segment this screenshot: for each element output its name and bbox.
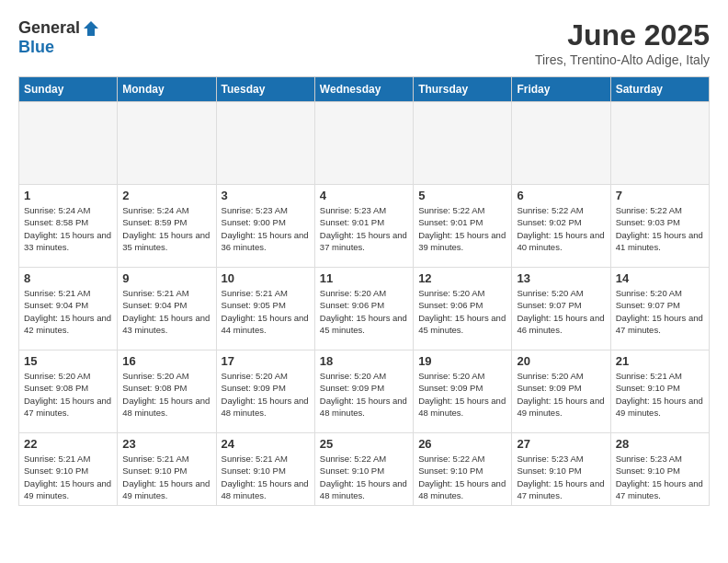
table-cell: 26Sunrise: 5:22 AMSunset: 9:10 PMDayligh… [414,433,512,506]
day-info: Sunrise: 5:21 AMSunset: 9:10 PMDaylight:… [616,370,704,419]
day-number: 15 [24,354,112,368]
svg-marker-0 [84,21,98,36]
table-cell [610,102,709,185]
table-cell: 16Sunrise: 5:20 AMSunset: 9:08 PMDayligh… [118,350,216,433]
day-info: Sunrise: 5:22 AMSunset: 9:03 PMDaylight:… [616,204,704,253]
day-info: Sunrise: 5:22 AMSunset: 9:02 PMDaylight:… [517,204,605,253]
table-cell [414,102,512,185]
day-number: 1 [24,189,112,202]
table-cell: 9Sunrise: 5:21 AMSunset: 9:04 PMDaylight… [118,268,216,350]
day-info: Sunrise: 5:23 AMSunset: 9:10 PMDaylight:… [517,453,605,501]
table-cell: 11Sunrise: 5:20 AMSunset: 9:06 PMDayligh… [314,268,413,350]
logo-general-text: General [18,18,80,38]
day-number: 27 [517,437,605,451]
calendar-row-2: 1Sunrise: 5:24 AMSunset: 8:58 PMDaylight… [19,185,710,268]
day-number: 2 [122,189,210,202]
table-cell: 10Sunrise: 5:21 AMSunset: 9:05 PMDayligh… [216,268,314,350]
table-cell [512,102,610,185]
day-info: Sunrise: 5:22 AMSunset: 9:01 PMDaylight:… [418,204,506,253]
day-info: Sunrise: 5:21 AMSunset: 9:04 PMDaylight:… [122,287,210,336]
day-number: 25 [320,437,408,451]
day-number: 9 [122,271,210,285]
table-cell: 3Sunrise: 5:23 AMSunset: 9:00 PMDaylight… [216,185,314,268]
day-info: Sunrise: 5:20 AMSunset: 9:06 PMDaylight:… [320,287,408,336]
table-cell: 7Sunrise: 5:22 AMSunset: 9:03 PMDaylight… [610,185,709,268]
col-monday: Monday [118,77,216,102]
day-number: 3 [222,189,310,202]
day-info: Sunrise: 5:20 AMSunset: 9:08 PMDaylight:… [24,370,112,419]
col-tuesday: Tuesday [216,77,314,102]
day-number: 26 [418,437,506,451]
header: General Blue June 2025 Tires, Trentino-A… [18,18,710,67]
day-info: Sunrise: 5:21 AMSunset: 9:05 PMDaylight:… [222,287,310,336]
col-saturday: Saturday [610,77,709,102]
calendar-row-1 [19,102,710,185]
day-info: Sunrise: 5:21 AMSunset: 9:10 PMDaylight:… [122,453,210,501]
day-number: 6 [517,189,605,202]
table-cell [314,102,413,185]
day-number: 10 [222,271,310,285]
day-number: 17 [222,354,310,368]
table-cell: 18Sunrise: 5:20 AMSunset: 9:09 PMDayligh… [314,350,413,433]
day-info: Sunrise: 5:20 AMSunset: 9:07 PMDaylight:… [616,287,704,336]
table-cell: 24Sunrise: 5:21 AMSunset: 9:10 PMDayligh… [216,433,314,506]
table-cell: 14Sunrise: 5:20 AMSunset: 9:07 PMDayligh… [610,268,709,350]
table-cell: 1Sunrise: 5:24 AMSunset: 8:58 PMDaylight… [19,185,118,268]
table-cell: 27Sunrise: 5:23 AMSunset: 9:10 PMDayligh… [512,433,610,506]
day-number: 19 [418,354,506,368]
day-number: 21 [616,354,704,368]
day-number: 20 [517,354,605,368]
day-number: 18 [320,354,408,368]
table-cell: 22Sunrise: 5:21 AMSunset: 9:10 PMDayligh… [19,433,118,506]
logo-blue-text: Blue [18,38,54,57]
day-number: 22 [24,437,112,451]
month-title: June 2025 [535,18,710,52]
day-info: Sunrise: 5:21 AMSunset: 9:10 PMDaylight:… [222,453,310,501]
table-cell: 17Sunrise: 5:20 AMSunset: 9:09 PMDayligh… [216,350,314,433]
day-info: Sunrise: 5:22 AMSunset: 9:10 PMDaylight:… [418,453,506,501]
col-wednesday: Wednesday [314,77,413,102]
day-info: Sunrise: 5:20 AMSunset: 9:09 PMDaylight:… [222,370,310,419]
table-cell: 23Sunrise: 5:21 AMSunset: 9:10 PMDayligh… [118,433,216,506]
day-number: 14 [616,271,704,285]
day-info: Sunrise: 5:20 AMSunset: 9:09 PMDaylight:… [517,370,605,419]
table-cell: 28Sunrise: 5:23 AMSunset: 9:10 PMDayligh… [610,433,709,506]
day-number: 12 [418,271,506,285]
day-info: Sunrise: 5:22 AMSunset: 9:10 PMDaylight:… [320,453,408,501]
table-cell: 2Sunrise: 5:24 AMSunset: 8:59 PMDaylight… [118,185,216,268]
logo-icon [82,19,100,38]
table-cell: 20Sunrise: 5:20 AMSunset: 9:09 PMDayligh… [512,350,610,433]
day-number: 24 [222,437,310,451]
table-cell: 21Sunrise: 5:21 AMSunset: 9:10 PMDayligh… [610,350,709,433]
day-info: Sunrise: 5:24 AMSunset: 8:58 PMDaylight:… [24,204,112,253]
table-cell [118,102,216,185]
day-info: Sunrise: 5:20 AMSunset: 9:08 PMDaylight:… [122,370,210,419]
location-title: Tires, Trentino-Alto Adige, Italy [535,52,710,67]
day-info: Sunrise: 5:21 AMSunset: 9:04 PMDaylight:… [24,287,112,336]
day-number: 16 [122,354,210,368]
day-number: 5 [418,189,506,202]
calendar-header-row: Sunday Monday Tuesday Wednesday Thursday… [19,77,710,102]
table-cell: 19Sunrise: 5:20 AMSunset: 9:09 PMDayligh… [414,350,512,433]
day-info: Sunrise: 5:24 AMSunset: 8:59 PMDaylight:… [122,204,210,253]
day-info: Sunrise: 5:23 AMSunset: 9:00 PMDaylight:… [222,204,310,253]
day-number: 7 [616,189,704,202]
table-cell: 8Sunrise: 5:21 AMSunset: 9:04 PMDaylight… [19,268,118,350]
table-cell: 5Sunrise: 5:22 AMSunset: 9:01 PMDaylight… [414,185,512,268]
title-area: June 2025 Tires, Trentino-Alto Adige, It… [535,18,710,67]
col-sunday: Sunday [19,77,118,102]
table-cell [216,102,314,185]
day-info: Sunrise: 5:20 AMSunset: 9:09 PMDaylight:… [320,370,408,419]
day-info: Sunrise: 5:23 AMSunset: 9:01 PMDaylight:… [320,204,408,253]
calendar-row-4: 15Sunrise: 5:20 AMSunset: 9:08 PMDayligh… [19,350,710,433]
table-cell: 4Sunrise: 5:23 AMSunset: 9:01 PMDaylight… [314,185,413,268]
calendar-row-3: 8Sunrise: 5:21 AMSunset: 9:04 PMDaylight… [19,268,710,350]
day-info: Sunrise: 5:20 AMSunset: 9:09 PMDaylight:… [418,370,506,419]
calendar-row-5: 22Sunrise: 5:21 AMSunset: 9:10 PMDayligh… [19,433,710,506]
day-number: 8 [24,271,112,285]
day-info: Sunrise: 5:23 AMSunset: 9:10 PMDaylight:… [616,453,704,501]
day-number: 28 [616,437,704,451]
day-info: Sunrise: 5:20 AMSunset: 9:07 PMDaylight:… [517,287,605,336]
table-cell: 6Sunrise: 5:22 AMSunset: 9:02 PMDaylight… [512,185,610,268]
table-cell: 25Sunrise: 5:22 AMSunset: 9:10 PMDayligh… [314,433,413,506]
